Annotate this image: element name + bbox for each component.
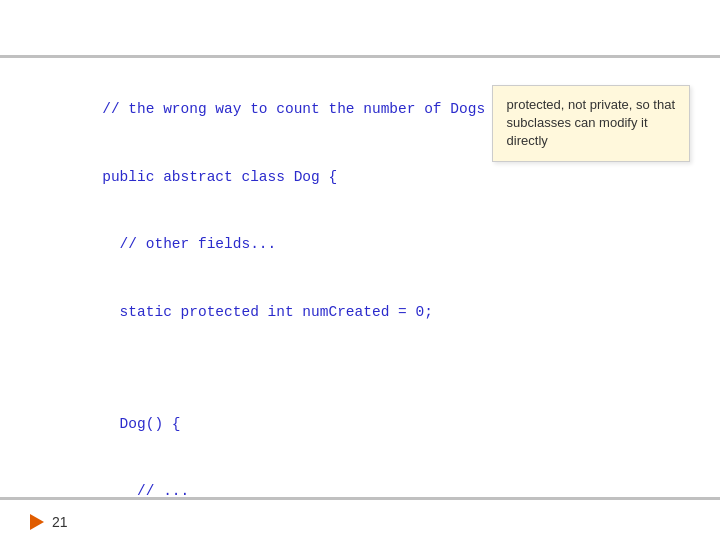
play-icon — [30, 514, 44, 530]
code-line-6: Dog() { — [102, 416, 180, 432]
callout-line3: directly — [507, 133, 548, 148]
code-line-3: // other fields... — [102, 236, 276, 252]
code-line-4: static protected int numCreated = 0; — [102, 304, 433, 320]
slide-number-area: 21 — [30, 514, 68, 530]
callout-line2: subclasses can modify it — [507, 115, 648, 130]
slide-container: // the wrong way to count the number of … — [0, 0, 720, 540]
callout-text: protected, not private, so that subclass… — [507, 97, 675, 148]
code-line-1: // the wrong way to count the number of … — [102, 101, 554, 117]
callout-line1: protected, not private, so that — [507, 97, 675, 112]
slide-number: 21 — [52, 514, 68, 530]
callout-box: protected, not private, so that subclass… — [492, 85, 690, 162]
code-line-2: public abstract class Dog { — [102, 169, 337, 185]
code-line-7: // ... — [102, 483, 189, 499]
